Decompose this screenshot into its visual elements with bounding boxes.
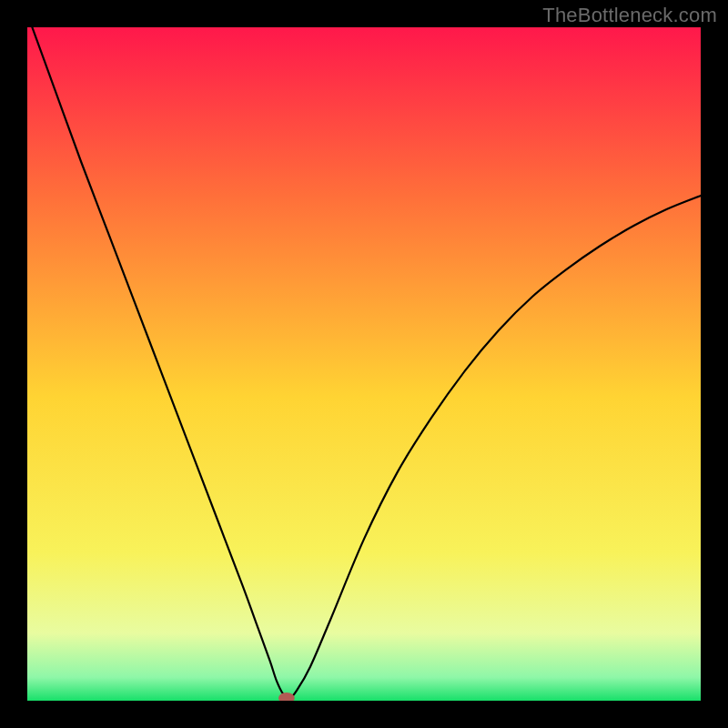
watermark-text: TheBottleneck.com — [542, 4, 717, 27]
chart-svg — [27, 27, 701, 701]
plot-area — [27, 27, 701, 701]
gradient-background — [27, 27, 701, 701]
chart-frame: TheBottleneck.com — [0, 0, 728, 728]
